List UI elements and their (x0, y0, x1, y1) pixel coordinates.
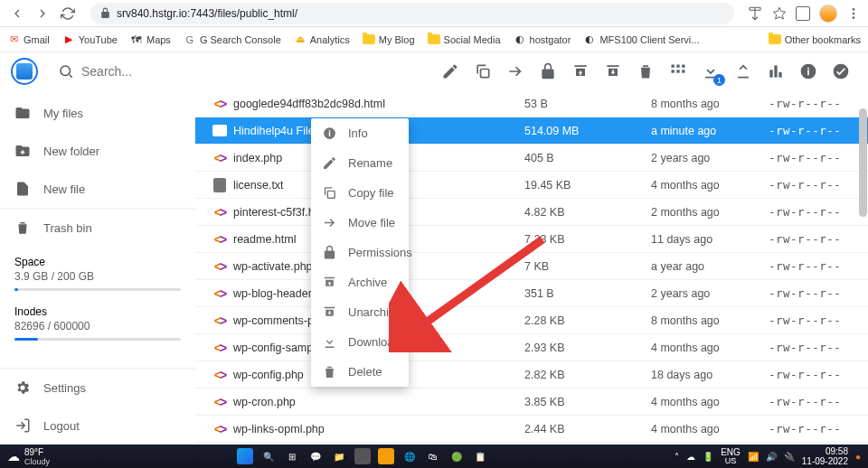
file-row[interactable]: <>wp-cron.php3.85 KB4 months ago-rw-r--r… (195, 388, 868, 416)
scrollbar[interactable] (858, 90, 867, 445)
ctx-label: Permissions (348, 246, 412, 259)
file-permissions: -rw-r--r-- (769, 286, 868, 300)
file-row[interactable]: <>googlede94dff83b2dc98d.html53 B8 month… (195, 90, 868, 117)
sidebar-trash[interactable]: Trash bin (0, 208, 195, 247)
delete-icon (322, 364, 337, 379)
bookmark-social-media[interactable]: Social Media (428, 34, 501, 45)
ctx-info[interactable]: Info (311, 118, 409, 148)
taskbar-chat[interactable]: 💬 (307, 448, 324, 464)
bookmark-gsc[interactable]: GG Search Console (184, 33, 281, 46)
ctx-delete[interactable]: Delete (311, 357, 409, 387)
ctx-rename[interactable]: Rename (311, 148, 409, 178)
file-row[interactable]: <>readme.html7.23 KB11 days ago-rw-r--r-… (195, 226, 868, 253)
file-modified: 18 days ago (651, 369, 769, 381)
taskbar-date: 11-09-2022 (802, 456, 848, 466)
taskbar-onedrive-icon[interactable]: ☁ (686, 452, 695, 462)
check-icon[interactable] (832, 62, 850, 80)
ctx-archive[interactable]: Archive (311, 267, 409, 297)
info-icon[interactable] (799, 62, 817, 80)
bookmark-analytics[interactable]: ⏏Analytics (294, 33, 350, 46)
taskbar-explorer[interactable]: 📁 (331, 448, 347, 464)
taskbar-notif-icon[interactable]: ● (855, 452, 861, 462)
stats-icon[interactable] (767, 62, 785, 80)
logout-icon (14, 417, 31, 434)
share-icon[interactable] (747, 5, 763, 22)
sidebar-item-label: My files (43, 107, 83, 120)
other-bookmarks[interactable]: Other bookmarks (769, 34, 861, 45)
file-row[interactable]: <>pinterest-c5f3f.h4.82 KB2 months ago-r… (195, 199, 868, 226)
edit-icon (322, 155, 337, 171)
copy-icon[interactable] (474, 62, 492, 80)
file-row[interactable]: <>wp-blog-header.351 B2 years ago-rw-r--… (195, 280, 868, 307)
star-icon[interactable] (772, 6, 787, 21)
file-row[interactable]: <>wp-activate.php7 KBa year ago-rw-r--r-… (195, 253, 868, 280)
bookmark-my-blog[interactable]: My Blog (363, 34, 415, 45)
taskbar-notes[interactable]: 📋 (472, 448, 488, 464)
taskbar-time[interactable]: 09:58 (802, 446, 848, 456)
file-modified: 8 months ago (651, 98, 769, 110)
upload-icon[interactable] (734, 62, 752, 80)
menu-icon[interactable] (846, 6, 861, 21)
delete-icon[interactable] (637, 62, 655, 80)
back-button[interactable] (7, 4, 27, 23)
sidebar-logout[interactable]: Logout (0, 407, 195, 445)
file-row[interactable]: <>wp-comments-p2.28 KB8 months ago-rw-r-… (195, 307, 868, 334)
permissions-icon[interactable] (539, 62, 557, 80)
archive-icon[interactable] (571, 62, 590, 80)
profile-avatar[interactable] (819, 5, 837, 23)
ctx-unarchive[interactable]: Unarchive (311, 297, 409, 327)
taskbar-app1[interactable] (354, 448, 371, 464)
unarchive-icon[interactable] (604, 62, 622, 80)
app-logo[interactable] (11, 58, 38, 85)
bookmark-mfs100[interactable]: ◐MFS100 Client Servi... (583, 33, 699, 46)
move-icon[interactable] (506, 62, 524, 80)
ctx-move-file[interactable]: Move file (311, 208, 409, 238)
search-input[interactable] (81, 64, 311, 79)
extensions-icon[interactable] (796, 6, 810, 21)
taskbar-chrome[interactable]: 🌐 (401, 448, 418, 464)
sidebar-settings[interactable]: Settings (0, 368, 195, 407)
taskbar-edge[interactable]: 🟢 (448, 448, 465, 464)
code-icon: <> (214, 259, 225, 274)
taskbar-taskview[interactable]: ⊞ (284, 448, 300, 464)
taskbar-power-icon[interactable]: 🔌 (784, 452, 795, 462)
svg-point-2 (853, 8, 855, 11)
ctx-download[interactable]: Download1 (311, 327, 409, 357)
taskbar-search[interactable]: 🔍 (260, 448, 277, 464)
sidebar-new-file[interactable]: New file (0, 170, 195, 208)
lock-icon (322, 245, 337, 260)
taskbar-weather[interactable]: ☁ 89°F Cloudy (7, 447, 50, 466)
forward-button[interactable] (33, 4, 52, 23)
taskbar-tray-chevron[interactable]: ˄ (675, 452, 679, 462)
taskbar-volume-icon[interactable]: 🔊 (766, 452, 777, 462)
download-icon[interactable]: 1 (702, 62, 720, 80)
file-size: 405 B (524, 152, 651, 164)
file-size: 3.85 KB (524, 396, 651, 408)
taskbar-app2[interactable] (378, 448, 394, 464)
edit-icon[interactable] (441, 62, 459, 80)
bookmark-youtube[interactable]: ▶YouTube (62, 33, 118, 46)
ctx-copy-file[interactable]: Copy file (311, 178, 409, 208)
taskbar-battery-icon[interactable]: 🔋 (703, 452, 713, 462)
file-row[interactable]: Hindihelp4u File514.09 MBa minute ago-rw… (195, 117, 868, 145)
grid-icon[interactable] (669, 62, 687, 80)
download-icon (322, 334, 337, 350)
bookmark-gmail[interactable]: ✉Gmail (7, 33, 50, 46)
bookmark-hostgator[interactable]: ◐hostgator (514, 33, 571, 46)
sidebar-my-files[interactable]: My files (0, 94, 195, 132)
file-row[interactable]: <>index.php405 B2 years ago-rw-r--r-- (195, 145, 868, 172)
bookmark-maps[interactable]: 🗺Maps (130, 33, 171, 46)
start-button[interactable] (237, 448, 253, 464)
taskbar-store[interactable]: 🛍 (425, 448, 441, 464)
file-size: 2.93 KB (524, 342, 651, 354)
file-row[interactable]: <>wp-config-samp2.93 KB4 months ago-rw-r… (195, 334, 868, 361)
file-row[interactable]: license.txt19.45 KB4 months ago-rw-r--r-… (195, 172, 868, 199)
file-row[interactable]: <>wp-links-opml.php2.44 KB4 months ago-r… (195, 416, 868, 443)
sidebar-new-folder[interactable]: New folder (0, 132, 195, 170)
taskbar-wifi-icon[interactable]: 📶 (748, 452, 759, 462)
address-bar[interactable]: srv840.hstgr.io:7443/files/public_html/ (90, 3, 734, 24)
ctx-permissions[interactable]: Permissions (311, 238, 409, 267)
reload-button[interactable] (58, 4, 78, 23)
taskbar-lang[interactable]: ENG (721, 447, 741, 457)
file-row[interactable]: <>wp-config.php2.82 KB18 days ago-rw-r--… (195, 361, 868, 388)
